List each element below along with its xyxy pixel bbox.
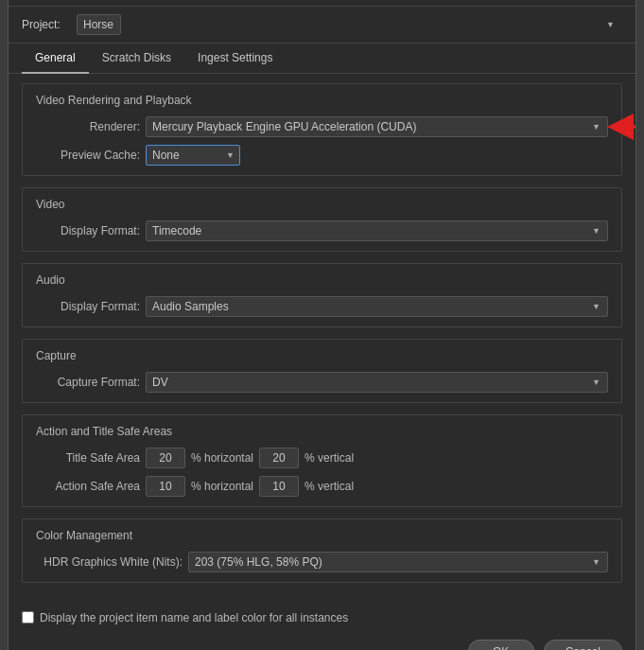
action-safe-h-unit: % horizontal xyxy=(191,480,253,493)
checkbox-row: Display the project item name and label … xyxy=(9,604,635,632)
capture-format-select-wrapper: DV xyxy=(146,372,608,393)
color-management-title: Color Management xyxy=(36,529,608,542)
preview-cache-select-wrapper: None xyxy=(146,145,240,166)
checkbox-label: Display the project item name and label … xyxy=(40,611,348,624)
audio-section: Audio Display Format: Audio Samples xyxy=(22,263,622,327)
project-settings-dialog: Project Settings ✕ Project: Horse Genera… xyxy=(8,0,636,650)
action-safe-h-input[interactable] xyxy=(146,476,185,497)
renderer-row: Renderer: Mercury Playback Engine GPU Ac… xyxy=(36,116,608,137)
hdr-row: HDR Graphics White (Nits): 203 (75% HLG,… xyxy=(36,552,608,572)
red-arrow-annotation xyxy=(613,110,635,144)
video-display-format-row: Display Format: Timecode xyxy=(36,220,608,241)
tab-content: Video Rendering and Playback Renderer: M… xyxy=(9,74,635,604)
ok-button[interactable]: OK xyxy=(468,640,534,651)
safe-areas-title: Action and Title Safe Areas xyxy=(36,425,608,438)
preview-cache-label: Preview Cache: xyxy=(36,149,140,162)
audio-display-format-select[interactable]: Audio Samples xyxy=(146,296,608,317)
video-rendering-section: Video Rendering and Playback Renderer: M… xyxy=(22,83,622,176)
safe-areas-section: Action and Title Safe Areas Title Safe A… xyxy=(22,414,622,507)
action-safe-v-unit: % vertical xyxy=(305,480,354,493)
tabs-bar: General Scratch Disks Ingest Settings xyxy=(9,44,635,74)
tab-scratch-disks[interactable]: Scratch Disks xyxy=(89,44,184,74)
action-safe-label: Action Safe Area xyxy=(36,480,140,493)
renderer-label: Renderer: xyxy=(36,120,140,133)
renderer-select-wrapper: Mercury Playback Engine GPU Acceleration… xyxy=(146,116,608,137)
project-select[interactable]: Horse xyxy=(77,14,121,35)
project-select-wrapper: Horse xyxy=(77,14,622,35)
project-label: Project: xyxy=(22,18,69,31)
audio-display-format-row: Display Format: Audio Samples xyxy=(36,296,608,317)
project-row: Project: Horse xyxy=(9,7,635,44)
video-display-format-select[interactable]: Timecode xyxy=(146,220,608,241)
video-display-format-select-wrapper: Timecode xyxy=(146,220,608,241)
title-safe-label: Title Safe Area xyxy=(36,451,140,465)
title-safe-v-input[interactable] xyxy=(259,448,299,468)
color-management-section: Color Management HDR Graphics White (Nit… xyxy=(22,518,622,583)
video-display-format-label: Display Format: xyxy=(36,224,140,237)
capture-format-label: Capture Format: xyxy=(36,376,140,389)
action-safe-v-input[interactable] xyxy=(259,476,299,497)
hdr-select-wrapper: 203 (75% HLG, 58% PQ) xyxy=(188,552,608,572)
audio-display-format-select-wrapper: Audio Samples xyxy=(146,296,608,317)
title-safe-v-unit: % vertical xyxy=(305,451,354,465)
capture-format-row: Capture Format: DV xyxy=(36,372,608,393)
action-safe-row: Action Safe Area % horizontal % vertical xyxy=(36,476,608,497)
audio-title: Audio xyxy=(36,273,608,287)
video-title: Video xyxy=(36,198,608,211)
preview-cache-row: Preview Cache: None xyxy=(36,145,608,166)
video-section: Video Display Format: Timecode xyxy=(22,187,622,252)
cancel-button[interactable]: Cancel xyxy=(544,640,622,651)
display-project-item-checkbox[interactable] xyxy=(22,611,34,624)
renderer-select[interactable]: Mercury Playback Engine GPU Acceleration… xyxy=(146,116,608,137)
preview-cache-select[interactable]: None xyxy=(146,145,240,166)
hdr-select[interactable]: 203 (75% HLG, 58% PQ) xyxy=(188,552,608,572)
title-safe-row: Title Safe Area % horizontal % vertical xyxy=(36,448,608,468)
tab-ingest-settings[interactable]: Ingest Settings xyxy=(184,44,286,74)
capture-section: Capture Capture Format: DV xyxy=(22,339,622,403)
hdr-label: HDR Graphics White (Nits): xyxy=(36,555,183,569)
title-safe-h-input[interactable] xyxy=(146,448,185,468)
video-rendering-title: Video Rendering and Playback xyxy=(36,94,608,107)
audio-display-format-label: Display Format: xyxy=(36,300,140,313)
footer: OK Cancel xyxy=(9,632,635,651)
capture-title: Capture xyxy=(36,349,608,362)
tab-general[interactable]: General xyxy=(22,44,89,74)
capture-format-select[interactable]: DV xyxy=(146,372,608,393)
title-safe-h-unit: % horizontal xyxy=(191,451,253,465)
